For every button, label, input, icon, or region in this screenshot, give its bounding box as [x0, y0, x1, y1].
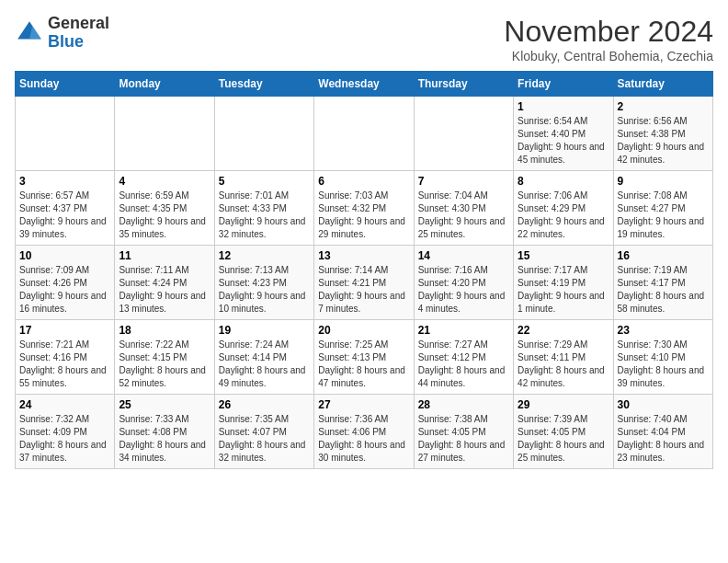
day-header-wednesday: Wednesday	[314, 72, 414, 97]
day-cell-15: 15 Sunrise: 7:17 AMSunset: 4:19 PMDaylig…	[514, 246, 613, 320]
day-cell-25: 25 Sunrise: 7:33 AMSunset: 4:08 PMDaylig…	[115, 395, 214, 469]
day-cell-20: 20 Sunrise: 7:25 AMSunset: 4:13 PMDaylig…	[314, 320, 414, 395]
day-info: Sunrise: 7:36 AMSunset: 4:06 PMDaylight:…	[318, 414, 405, 463]
day-number: 5	[219, 175, 310, 188]
day-info: Sunrise: 7:33 AMSunset: 4:08 PMDaylight:…	[119, 414, 206, 463]
location: Klobuky, Central Bohemia, Czechia	[504, 49, 713, 63]
empty-cell	[16, 97, 115, 171]
day-info: Sunrise: 7:06 AMSunset: 4:29 PMDaylight:…	[518, 190, 605, 239]
day-number: 22	[518, 324, 609, 337]
day-cell-27: 27 Sunrise: 7:36 AMSunset: 4:06 PMDaylig…	[314, 395, 414, 469]
day-number: 23	[618, 324, 709, 337]
day-number: 30	[618, 398, 709, 411]
day-info: Sunrise: 7:09 AMSunset: 4:26 PMDaylight:…	[19, 265, 107, 314]
day-cell-4: 4 Sunrise: 6:59 AMSunset: 4:35 PMDayligh…	[115, 171, 214, 246]
logo-text: General Blue	[48, 15, 109, 52]
day-cell-5: 5 Sunrise: 7:01 AMSunset: 4:33 PMDayligh…	[214, 171, 313, 246]
day-cell-14: 14 Sunrise: 7:16 AMSunset: 4:20 PMDaylig…	[414, 246, 513, 320]
day-number: 11	[119, 249, 210, 262]
week-row-4: 17 Sunrise: 7:21 AMSunset: 4:16 PMDaylig…	[16, 320, 713, 395]
day-number: 4	[119, 175, 210, 188]
day-info: Sunrise: 7:13 AMSunset: 4:23 PMDaylight:…	[219, 265, 306, 314]
day-header-saturday: Saturday	[613, 72, 712, 97]
day-info: Sunrise: 7:29 AMSunset: 4:11 PMDaylight:…	[518, 339, 605, 388]
day-number: 21	[418, 324, 509, 337]
day-number: 25	[119, 398, 210, 411]
day-info: Sunrise: 7:27 AMSunset: 4:12 PMDaylight:…	[418, 339, 506, 388]
empty-cell	[115, 97, 214, 171]
day-number: 29	[518, 398, 609, 411]
day-info: Sunrise: 7:32 AMSunset: 4:09 PMDaylight:…	[19, 414, 107, 463]
day-cell-7: 7 Sunrise: 7:04 AMSunset: 4:30 PMDayligh…	[414, 171, 513, 246]
day-number: 2	[618, 100, 709, 113]
logo: General Blue	[15, 15, 109, 52]
day-header-thursday: Thursday	[414, 72, 513, 97]
day-cell-6: 6 Sunrise: 7:03 AMSunset: 4:32 PMDayligh…	[314, 171, 414, 246]
day-cell-26: 26 Sunrise: 7:35 AMSunset: 4:07 PMDaylig…	[214, 395, 313, 469]
week-row-2: 3 Sunrise: 6:57 AMSunset: 4:37 PMDayligh…	[16, 171, 713, 246]
day-info: Sunrise: 6:56 AMSunset: 4:38 PMDaylight:…	[618, 116, 705, 165]
day-cell-8: 8 Sunrise: 7:06 AMSunset: 4:29 PMDayligh…	[514, 171, 613, 246]
month-title: November 2024	[504, 15, 713, 49]
day-info: Sunrise: 6:59 AMSunset: 4:35 PMDaylight:…	[119, 190, 206, 239]
day-number: 1	[518, 100, 609, 113]
day-cell-28: 28 Sunrise: 7:38 AMSunset: 4:05 PMDaylig…	[414, 395, 513, 469]
day-info: Sunrise: 7:08 AMSunset: 4:27 PMDaylight:…	[618, 190, 705, 239]
empty-cell	[414, 97, 513, 171]
week-row-5: 24 Sunrise: 7:32 AMSunset: 4:09 PMDaylig…	[16, 395, 713, 469]
day-info: Sunrise: 7:38 AMSunset: 4:05 PMDaylight:…	[418, 414, 506, 463]
day-cell-2: 2 Sunrise: 6:56 AMSunset: 4:38 PMDayligh…	[613, 97, 712, 171]
day-number: 10	[19, 249, 110, 262]
day-info: Sunrise: 6:57 AMSunset: 4:37 PMDaylight:…	[19, 190, 107, 239]
day-cell-23: 23 Sunrise: 7:30 AMSunset: 4:10 PMDaylig…	[613, 320, 712, 395]
day-number: 6	[318, 175, 409, 188]
day-cell-17: 17 Sunrise: 7:21 AMSunset: 4:16 PMDaylig…	[16, 320, 115, 395]
logo-icon	[15, 18, 44, 48]
day-number: 3	[19, 175, 110, 188]
day-number: 27	[318, 398, 409, 411]
day-cell-21: 21 Sunrise: 7:27 AMSunset: 4:12 PMDaylig…	[414, 320, 513, 395]
day-info: Sunrise: 7:17 AMSunset: 4:19 PMDaylight:…	[518, 265, 605, 314]
day-cell-12: 12 Sunrise: 7:13 AMSunset: 4:23 PMDaylig…	[214, 246, 313, 320]
empty-cell	[314, 97, 414, 171]
day-info: Sunrise: 7:01 AMSunset: 4:33 PMDaylight:…	[219, 190, 306, 239]
day-info: Sunrise: 6:54 AMSunset: 4:40 PMDaylight:…	[518, 116, 605, 165]
page-header: General Blue November 2024 Klobuky, Cent…	[15, 15, 713, 63]
day-cell-10: 10 Sunrise: 7:09 AMSunset: 4:26 PMDaylig…	[16, 246, 115, 320]
day-info: Sunrise: 7:22 AMSunset: 4:15 PMDaylight:…	[119, 339, 206, 388]
day-number: 13	[318, 249, 409, 262]
day-info: Sunrise: 7:24 AMSunset: 4:14 PMDaylight:…	[219, 339, 306, 388]
day-number: 19	[219, 324, 310, 337]
day-info: Sunrise: 7:11 AMSunset: 4:24 PMDaylight:…	[119, 265, 206, 314]
day-cell-19: 19 Sunrise: 7:24 AMSunset: 4:14 PMDaylig…	[214, 320, 313, 395]
day-info: Sunrise: 7:40 AMSunset: 4:04 PMDaylight:…	[618, 414, 705, 463]
day-cell-3: 3 Sunrise: 6:57 AMSunset: 4:37 PMDayligh…	[16, 171, 115, 246]
day-number: 15	[518, 249, 609, 262]
day-number: 18	[119, 324, 210, 337]
logo-general: General	[48, 14, 109, 32]
day-cell-1: 1 Sunrise: 6:54 AMSunset: 4:40 PMDayligh…	[514, 97, 613, 171]
day-cell-13: 13 Sunrise: 7:14 AMSunset: 4:21 PMDaylig…	[314, 246, 414, 320]
day-cell-11: 11 Sunrise: 7:11 AMSunset: 4:24 PMDaylig…	[115, 246, 214, 320]
day-header-monday: Monday	[115, 72, 214, 97]
calendar-table: SundayMondayTuesdayWednesdayThursdayFrid…	[15, 71, 713, 469]
logo-blue: Blue	[48, 32, 84, 51]
day-info: Sunrise: 7:39 AMSunset: 4:05 PMDaylight:…	[518, 414, 605, 463]
day-number: 7	[418, 175, 509, 188]
day-cell-29: 29 Sunrise: 7:39 AMSunset: 4:05 PMDaylig…	[514, 395, 613, 469]
day-info: Sunrise: 7:21 AMSunset: 4:16 PMDaylight:…	[19, 339, 107, 388]
day-number: 8	[518, 175, 609, 188]
day-header-friday: Friday	[514, 72, 613, 97]
day-number: 12	[219, 249, 310, 262]
day-number: 17	[19, 324, 110, 337]
day-number: 28	[418, 398, 509, 411]
day-number: 14	[418, 249, 509, 262]
day-cell-16: 16 Sunrise: 7:19 AMSunset: 4:17 PMDaylig…	[613, 246, 712, 320]
calendar-header-row: SundayMondayTuesdayWednesdayThursdayFrid…	[16, 72, 713, 97]
day-number: 16	[618, 249, 709, 262]
day-info: Sunrise: 7:35 AMSunset: 4:07 PMDaylight:…	[219, 414, 306, 463]
day-header-sunday: Sunday	[16, 72, 115, 97]
day-cell-22: 22 Sunrise: 7:29 AMSunset: 4:11 PMDaylig…	[514, 320, 613, 395]
week-row-1: 1 Sunrise: 6:54 AMSunset: 4:40 PMDayligh…	[16, 97, 713, 171]
day-info: Sunrise: 7:19 AMSunset: 4:17 PMDaylight:…	[618, 265, 705, 314]
